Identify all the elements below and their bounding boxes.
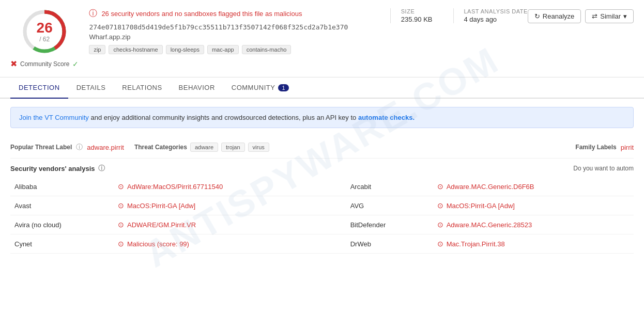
warning-text: 26 security vendors and no sandboxes fla…: [101, 10, 302, 18]
detection-icon-left: ⊙: [118, 201, 124, 210]
community-check-icon: ✓: [72, 60, 79, 68]
detection-text-left: AdWare:MacOS/Pirrit.67711540: [127, 183, 223, 191]
detection-text-right: MacOS:Pirrit-GA [Adw]: [447, 202, 515, 210]
size-meta: Size 235.90 KB: [390, 8, 433, 23]
top-actions: ↻ Reanalyze ⇄ Similar ▾: [528, 8, 634, 23]
detection-icon-left: ⊙: [118, 182, 124, 191]
table-row: Alibaba ⊙ AdWare:MacOS/Pirrit.67711540 A…: [10, 177, 634, 196]
score-section: 26 / 62 ✖ Community Score ✓: [10, 8, 79, 69]
vendor-name-left: Avast: [10, 196, 114, 215]
detection-text-right: Mac.Trojan.Pirrit.38: [447, 240, 505, 248]
table-row: Avast ⊙ MacOS:Pirrit-GA [Adw] AVG ⊙ MacO…: [10, 196, 634, 215]
detection-icon-left: ⊙: [118, 240, 124, 248]
vendor-detection-right: ⊙ Adware.MAC.Generic.D6F6B: [433, 177, 634, 196]
size-label: Size: [401, 8, 433, 14]
vendor-detection-left: ⊙ Malicious (score: 99): [114, 234, 330, 254]
vendors-table: Alibaba ⊙ AdWare:MacOS/Pirrit.67711540 A…: [10, 177, 634, 254]
similar-chevron-icon: ▾: [623, 12, 627, 20]
tab-community[interactable]: COMMUNITY1: [223, 77, 297, 99]
vendor-detection-left: ⊙ ADWARE/GM.Pirrit.VR: [114, 215, 330, 234]
vendor-name-right: BitDefender: [330, 215, 433, 234]
detection-icon-right: ⊙: [437, 221, 443, 229]
family-labels-section: Family labels pirrit: [575, 144, 634, 151]
reanalyze-button[interactable]: ↻ Reanalyze: [528, 9, 581, 23]
date-value: 4 days ago: [464, 15, 528, 23]
vendors-title: Security vendors' analysis ⓘ: [10, 164, 105, 173]
tab-details[interactable]: DETAILS: [68, 77, 114, 99]
vendors-title-text: Security vendors' analysis: [10, 165, 95, 172]
tab-detection[interactable]: DETECTION: [10, 77, 68, 99]
vendors-action-text: Do you want to autom: [573, 165, 634, 172]
tabs-bar: DETECTIONDETAILSRELATIONSBEHAVIORCOMMUNI…: [0, 77, 644, 99]
vendor-name-right: DrWeb: [330, 234, 433, 254]
file-tag: zip: [89, 45, 105, 54]
detection-text-left: MacOS:Pirrit-GA [Adw]: [127, 202, 195, 210]
score-number: 26: [37, 21, 53, 35]
detection-text-right: Adware.MAC.Generic.D6F6B: [447, 183, 534, 191]
vendor-name-left: Cynet: [10, 234, 114, 254]
table-row: Avira (no cloud) ⊙ ADWARE/GM.Pirrit.VR B…: [10, 215, 634, 234]
vendors-info-icon[interactable]: ⓘ: [98, 164, 105, 173]
detection-text-left: Malicious (score: 99): [127, 240, 189, 248]
family-labels-value: pirrit: [621, 144, 634, 151]
file-hash: 274e07181708d5d419de5f1b79cc35511b713f35…: [89, 23, 379, 31]
vendor-detection-left: ⊙ MacOS:Pirrit-GA [Adw]: [114, 196, 330, 215]
similar-icon: ⇄: [592, 12, 597, 20]
score-circle: 26 / 62: [21, 8, 68, 55]
community-banner-text: and enjoy additional community insights …: [89, 114, 358, 121]
warning-banner: ⓘ 26 security vendors and no sandboxes f…: [89, 8, 379, 19]
tags-row: zipchecks-hostnamelong-sleepsmac-appcont…: [89, 45, 379, 54]
detection-text-left: ADWARE/GM.Pirrit.VR: [127, 221, 196, 229]
file-tag: mac-app: [207, 45, 239, 54]
vendor-detection-right: ⊙ Adware.MAC.Generic.28523: [433, 215, 634, 234]
file-info: ⓘ 26 security vendors and no sandboxes f…: [89, 8, 634, 54]
threat-info-row: Popular threat label ⓘ adware.pirrit Thr…: [10, 136, 634, 159]
top-bar: 26 / 62 ✖ Community Score ✓ ⓘ 26 securit…: [0, 0, 644, 77]
file-tag: long-sleeps: [166, 45, 204, 54]
detection-text-right: Adware.MAC.Generic.28523: [447, 221, 532, 229]
vendors-section: Security vendors' analysis ⓘ Do you want…: [10, 164, 634, 254]
popular-threat-section: Popular threat label ⓘ adware.pirrit: [10, 143, 124, 152]
score-text: 26 / 62: [37, 21, 53, 43]
reanalyze-icon: ↻: [534, 12, 540, 20]
detection-icon-right: ⊙: [437, 201, 443, 210]
community-score-row: ✖ Community Score ✓: [10, 59, 79, 69]
file-tag: contains-macho: [242, 45, 292, 54]
file-tag: checks-hostname: [109, 45, 162, 54]
vendor-detection-left: ⊙ AdWare:MacOS/Pirrit.67711540: [114, 177, 330, 196]
popular-threat-label: Popular threat label: [10, 144, 72, 151]
detection-icon-left: ⊙: [118, 221, 124, 229]
similar-label: Similar: [600, 12, 621, 20]
detection-icon-right: ⊙: [437, 182, 443, 191]
warning-icon: ⓘ: [89, 8, 97, 19]
threat-categories-section: Threat categories adware trojan virus: [134, 143, 269, 152]
cat-virus: virus: [248, 143, 269, 152]
popular-threat-value: adware.pirrit: [87, 144, 124, 151]
date-label: Last Analysis Date: [464, 8, 528, 14]
family-labels-label: Family labels: [575, 144, 616, 151]
community-banner: Join the VT Community and enjoy addition…: [10, 107, 634, 128]
date-meta: Last Analysis Date 4 days ago: [453, 8, 528, 23]
file-meta: Size 235.90 KB Last Analysis Date 4 days…: [380, 8, 528, 23]
vendor-name-right: Arcabit: [330, 177, 433, 196]
reanalyze-label: Reanalyze: [543, 12, 574, 20]
cat-trojan: trojan: [221, 143, 245, 152]
automate-checks-link[interactable]: automate checks.: [358, 114, 415, 121]
vendor-name-left: Avira (no cloud): [10, 215, 114, 234]
similar-button[interactable]: ⇄ Similar ▾: [585, 9, 634, 23]
community-x-icon: ✖: [10, 59, 17, 69]
popular-threat-info-icon[interactable]: ⓘ: [76, 143, 83, 152]
main-content: Join the VT Community and enjoy addition…: [0, 99, 644, 262]
tab-badge-community: 1: [278, 84, 289, 91]
size-value: 235.90 KB: [401, 15, 433, 23]
vt-community-link[interactable]: Join the VT Community: [19, 114, 89, 121]
cat-adware: adware: [190, 143, 218, 152]
vendor-detection-right: ⊙ MacOS:Pirrit-GA [Adw]: [433, 196, 634, 215]
detection-icon-right: ⊙: [437, 240, 443, 248]
threat-categories-label: Threat categories: [134, 144, 187, 151]
tab-relations[interactable]: RELATIONS: [114, 77, 170, 99]
vendor-name-left: Alibaba: [10, 177, 114, 196]
community-score-label: Community Score: [20, 60, 69, 68]
vendor-name-right: AVG: [330, 196, 433, 215]
tab-behavior[interactable]: BEHAVIOR: [171, 77, 223, 99]
